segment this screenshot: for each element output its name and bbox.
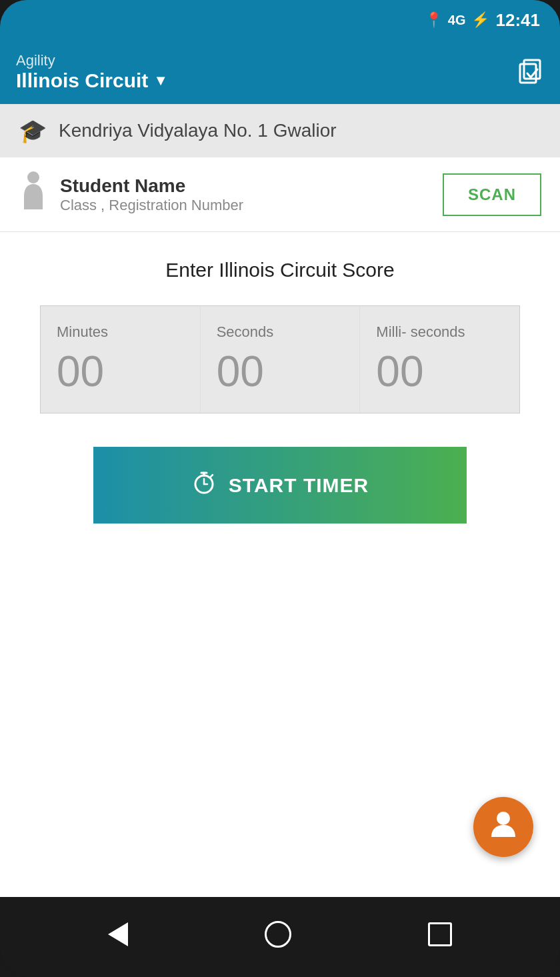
home-icon <box>265 921 291 954</box>
svg-point-9 <box>497 812 510 825</box>
school-icon: 🎓 <box>19 117 47 144</box>
timer-grid: Minutes 00 Seconds 00 Milli- seconds 00 <box>40 305 520 413</box>
status-time: 12:41 <box>496 10 541 31</box>
main-content: Enter Illinois Circuit Score Minutes 00 … <box>0 232 560 897</box>
circuit-name: Illinois Circuit <box>16 69 148 92</box>
app-bar-left: Agility Illinois Circuit ▼ <box>16 52 168 92</box>
location-icon: 📍 <box>425 11 443 29</box>
circuit-selector[interactable]: Illinois Circuit ▼ <box>16 69 168 92</box>
student-name: Student Name <box>60 175 243 197</box>
svg-line-8 <box>211 475 213 477</box>
phone-frame: 📍 4G ⚡ 12:41 Agility Illinois Circuit ▼ … <box>0 0 560 977</box>
student-icon <box>19 171 48 218</box>
nav-bar <box>0 897 560 977</box>
status-bar: 📍 4G ⚡ 12:41 <box>0 0 560 40</box>
school-name: Kendriya Vidyalaya No. 1 Gwalior <box>59 120 337 141</box>
home-button[interactable] <box>245 914 311 960</box>
start-timer-label: START TIMER <box>229 474 369 497</box>
milliseconds-value: 00 <box>376 350 503 393</box>
student-info: Student Name Class , Registration Number <box>60 175 243 214</box>
student-meta: Class , Registration Number <box>60 197 243 214</box>
scan-button[interactable]: SCAN <box>443 173 541 216</box>
app-bar: Agility Illinois Circuit ▼ <box>0 40 560 104</box>
app-title: Agility <box>16 52 168 69</box>
start-timer-button[interactable]: START TIMER <box>93 447 467 524</box>
back-icon <box>108 922 128 952</box>
student-bar: Student Name Class , Registration Number… <box>0 157 560 232</box>
status-icons: 📍 4G ⚡ <box>425 11 489 29</box>
recents-button[interactable] <box>408 916 472 959</box>
stopwatch-icon <box>191 469 217 501</box>
chevron-down-icon: ▼ <box>153 72 168 89</box>
signal-icon: 4G <box>448 13 466 28</box>
seconds-value: 00 <box>217 350 344 393</box>
minutes-label: Minutes <box>57 323 184 341</box>
school-bar: 🎓 Kendriya Vidyalaya No. 1 Gwalior <box>0 104 560 157</box>
user-fab-icon <box>486 806 521 848</box>
back-button[interactable] <box>88 916 148 959</box>
minutes-cell: Minutes 00 <box>41 306 200 413</box>
minutes-value: 00 <box>57 350 184 393</box>
seconds-cell: Seconds 00 <box>201 306 360 413</box>
copy-check-icon[interactable] <box>517 59 544 85</box>
svg-point-2 <box>27 171 39 183</box>
milliseconds-cell: Milli- seconds 00 <box>360 306 519 413</box>
score-title: Enter Illinois Circuit Score <box>165 259 394 281</box>
fab-button[interactable] <box>473 797 533 857</box>
seconds-label: Seconds <box>217 323 344 341</box>
battery-icon: ⚡ <box>471 11 489 29</box>
milliseconds-label: Milli- seconds <box>376 323 503 341</box>
recents-icon <box>428 922 452 952</box>
student-left: Student Name Class , Registration Number <box>19 171 243 218</box>
